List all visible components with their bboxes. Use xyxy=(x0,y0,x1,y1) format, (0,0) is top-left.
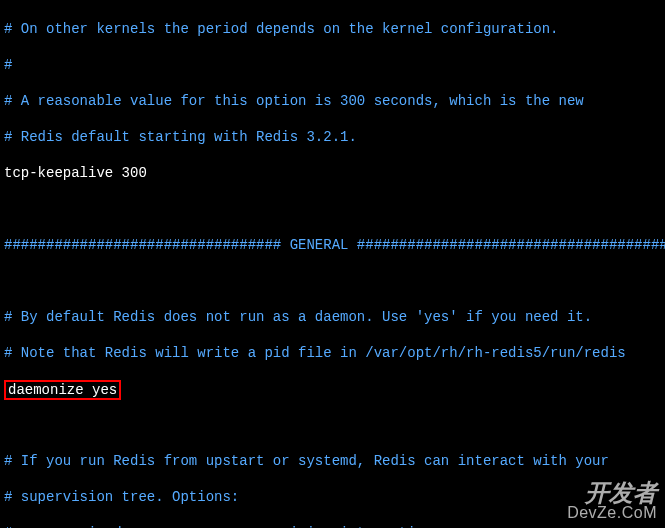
section-header-general: ################################# GENERA… xyxy=(4,236,661,254)
comment-line: # Note that Redis will write a pid file … xyxy=(4,344,661,362)
comment-line: # supervised no - no supervision interac… xyxy=(4,524,661,528)
config-tcp-keepalive: tcp-keepalive 300 xyxy=(4,164,661,182)
highlight-daemonize: daemonize yes xyxy=(4,380,121,400)
comment-line: # By default Redis does not run as a dae… xyxy=(4,308,661,326)
config-file-view: # On other kernels the period depends on… xyxy=(0,0,665,528)
blank-line xyxy=(4,272,661,290)
comment-line: # A reasonable value for this option is … xyxy=(4,92,661,110)
comment-line: # On other kernels the period depends on… xyxy=(4,20,661,38)
config-daemonize-row: daemonize yes xyxy=(4,380,661,398)
blank-line xyxy=(4,200,661,218)
comment-line: # xyxy=(4,56,661,74)
blank-line xyxy=(4,416,661,434)
comment-line: # Redis default starting with Redis 3.2.… xyxy=(4,128,661,146)
comment-line: # supervision tree. Options: xyxy=(4,488,661,506)
comment-line: # If you run Redis from upstart or syste… xyxy=(4,452,661,470)
